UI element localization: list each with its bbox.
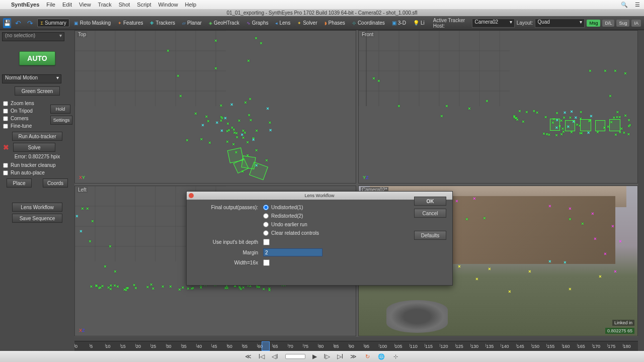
- tracker-marker[interactable]: ×: [220, 103, 222, 108]
- tracker-marker[interactable]: ×: [194, 111, 197, 116]
- menu-edit[interactable]: Edit: [62, 2, 72, 8]
- tracker-marker[interactable]: ×: [377, 78, 380, 83]
- radio-redistorted[interactable]: [263, 213, 269, 219]
- tracker-marker[interactable]: ×: [269, 120, 271, 125]
- width-checkbox[interactable]: [263, 259, 270, 266]
- tracker-marker[interactable]: ×: [611, 224, 614, 229]
- tracker-marker[interactable]: ×: [455, 199, 458, 204]
- tab-3d[interactable]: ▣3-D: [389, 19, 409, 27]
- on-tripod-checkbox[interactable]: [3, 109, 8, 114]
- viewport-top[interactable]: Top ××××××××××××××××××××××××××××××××××××…: [74, 30, 356, 184]
- tracker-marker[interactable]: ×: [372, 76, 375, 81]
- tracker-marker[interactable]: ×: [555, 111, 558, 116]
- tracker-marker[interactable]: ×: [86, 206, 89, 211]
- timeline-tick[interactable]: 75: [303, 344, 318, 349]
- timeline-tick[interactable]: 40: [196, 344, 211, 349]
- tracker-marker[interactable]: ×: [513, 115, 516, 120]
- tracker-marker[interactable]: ×: [522, 119, 524, 124]
- timeline-tick[interactable]: 165: [577, 344, 592, 349]
- fine-tune-checkbox[interactable]: [3, 124, 8, 129]
- tab-li[interactable]: 💡Li: [411, 19, 427, 27]
- redo-icon[interactable]: ↷: [27, 19, 33, 27]
- timeline-tick[interactable]: 20: [135, 344, 150, 349]
- tracker-marker[interactable]: ×: [561, 126, 564, 131]
- settings-button[interactable]: Settings: [50, 116, 72, 125]
- tracker-marker[interactable]: ×: [525, 110, 528, 115]
- chip-ia[interactable]: IA: [631, 20, 641, 27]
- tracker-marker[interactable]: ×: [269, 128, 272, 133]
- tracker-marker[interactable]: ×: [202, 123, 204, 128]
- tracker-marker[interactable]: ×: [627, 132, 630, 137]
- tracker-marker[interactable]: ×: [91, 219, 94, 224]
- tracker-marker[interactable]: ×: [445, 104, 448, 109]
- tracker-marker[interactable]: ×: [133, 283, 135, 288]
- menu-view[interactable]: View: [79, 2, 91, 8]
- place-button[interactable]: Place: [7, 178, 32, 188]
- menu-shot[interactable]: Shot: [119, 2, 130, 8]
- autoplace-checkbox[interactable]: [3, 170, 8, 175]
- tracker-marker[interactable]: ×: [214, 38, 217, 43]
- timeline-tick[interactable]: 125: [455, 344, 470, 349]
- tracker-marker[interactable]: ×: [226, 121, 229, 126]
- tracker-marker[interactable]: ×: [267, 106, 269, 111]
- tracker-marker[interactable]: ×: [483, 216, 486, 221]
- tracker-marker[interactable]: ×: [508, 289, 511, 294]
- cancel-button[interactable]: Cancel: [414, 209, 446, 218]
- tracker-marker[interactable]: ×: [569, 115, 572, 120]
- tracker-marker[interactable]: ×: [214, 66, 217, 71]
- tracker-marker[interactable]: ×: [186, 138, 188, 143]
- next-key-icon[interactable]: ▷I: [337, 353, 343, 360]
- tracker-marker[interactable]: ×: [235, 135, 238, 140]
- corners-checkbox[interactable]: [3, 116, 8, 121]
- first-frame-icon[interactable]: ≪: [245, 353, 252, 360]
- tracker-marker[interactable]: ×: [247, 140, 249, 145]
- menu-script[interactable]: Script: [137, 2, 151, 8]
- tracker-marker[interactable]: ×: [113, 283, 116, 288]
- tracker-marker[interactable]: ×: [207, 119, 209, 124]
- timeline-tick[interactable]: 0: [74, 344, 90, 349]
- tracker-marker[interactable]: ×: [256, 128, 258, 133]
- tracker-marker[interactable]: ×: [79, 229, 82, 234]
- tracker-marker[interactable]: ×: [179, 94, 182, 99]
- cleanup-checkbox[interactable]: [3, 163, 8, 168]
- dialog-titlebar[interactable]: Lens Workflow: [187, 192, 452, 200]
- motion-select[interactable]: Normal Motion: [2, 74, 61, 83]
- bitdepth-checkbox[interactable]: [263, 239, 270, 245]
- selection-dropdown[interactable]: (no selection): [2, 32, 64, 41]
- tab-coordinates[interactable]: ⊹Coordinates: [350, 19, 387, 27]
- tracker-marker[interactable]: ×: [473, 196, 475, 201]
- timeline-tick[interactable]: 155: [546, 344, 561, 349]
- undo-icon[interactable]: ↶: [15, 19, 21, 27]
- tracker-marker[interactable]: ×: [81, 206, 84, 211]
- menu-track[interactable]: Track: [98, 2, 112, 8]
- tab-planar[interactable]: ▱Planar: [180, 19, 204, 27]
- tracker-marker[interactable]: ×: [536, 110, 538, 115]
- tracker-marker[interactable]: ×: [169, 284, 172, 289]
- menu-file[interactable]: File: [46, 2, 55, 8]
- chip-sug[interactable]: Sug: [616, 20, 629, 27]
- search-icon[interactable]: 🔍: [621, 2, 628, 8]
- tracker-marker[interactable]: ×: [518, 109, 521, 114]
- save-sequence-button[interactable]: Save Sequence: [12, 214, 62, 223]
- timeline-tick[interactable]: 55: [242, 344, 257, 349]
- timeline-tick[interactable]: 170: [592, 344, 607, 349]
- tracker-marker[interactable]: ×: [90, 284, 93, 289]
- timeline-tick[interactable]: 45: [211, 344, 226, 349]
- tracker-marker[interactable]: ×: [548, 259, 551, 264]
- tracker-marker[interactable]: ×: [614, 68, 616, 73]
- active-tracker-select[interactable]: Camera02: [472, 19, 514, 28]
- margin-input[interactable]: [263, 248, 323, 256]
- tracker-marker[interactable]: ×: [89, 239, 91, 244]
- tracker-marker[interactable]: ×: [75, 214, 78, 219]
- tracker-marker[interactable]: ×: [570, 109, 573, 114]
- tracker-marker[interactable]: ×: [241, 132, 244, 137]
- tab-features[interactable]: ✦Features: [115, 19, 145, 27]
- tracker-marker[interactable]: ×: [208, 140, 211, 145]
- tracker-marker[interactable]: ×: [250, 118, 252, 123]
- tracker-marker[interactable]: ×: [569, 287, 571, 292]
- defaults-button[interactable]: Defaults: [414, 231, 446, 240]
- menu-icon[interactable]: ☰: [635, 2, 640, 8]
- tracker-marker[interactable]: ×: [150, 282, 152, 287]
- timeline-tick[interactable]: 120: [440, 344, 455, 349]
- tracker-marker[interactable]: ×: [564, 110, 566, 115]
